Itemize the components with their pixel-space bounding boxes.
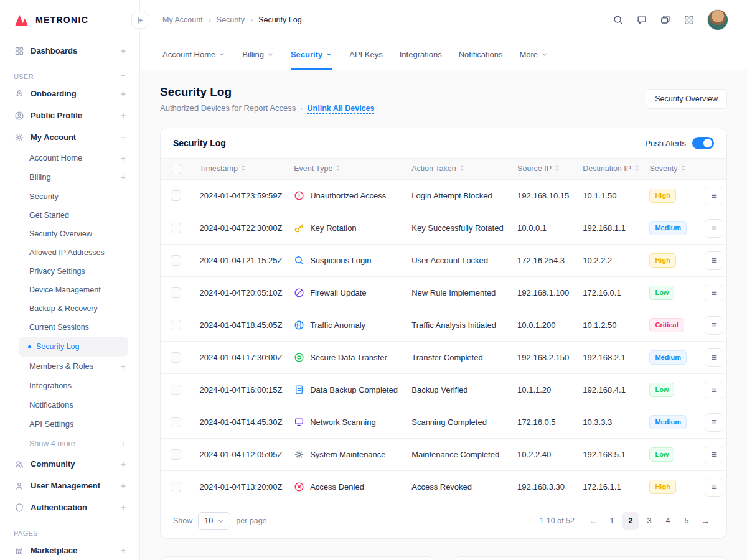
- log-row: 2024-01-04T20:05:10ZFirewall UpdateNew R…: [161, 277, 726, 309]
- row-checkbox[interactable]: [171, 320, 181, 330]
- severity-cell: High: [639, 245, 695, 277]
- log-row: 2024-01-04T12:05:05ZSystem MaintenanceMa…: [161, 439, 726, 471]
- sidebar-item-api-settings[interactable]: API Settings: [0, 414, 139, 434]
- sidebar-item-my-account[interactable]: My Account−: [0, 126, 139, 148]
- sidebar-item-allowed-ip-addresses[interactable]: Allowed IP Addresses: [0, 243, 139, 262]
- sidebar-item-security-overview[interactable]: Security Overview: [0, 225, 139, 243]
- row-checkbox[interactable]: [171, 223, 181, 233]
- row-checkbox[interactable]: [171, 449, 181, 460]
- unlink-all-devices-link[interactable]: Unlink All Devices: [308, 104, 375, 113]
- stack-button[interactable]: [655, 9, 676, 30]
- sidebar-item-account-home[interactable]: Account Home+: [0, 148, 139, 167]
- row-menu-button[interactable]: [705, 251, 723, 270]
- log-row: 2024-01-04T14:45:30ZNetwork ScanningScan…: [161, 406, 726, 439]
- row-menu-button[interactable]: [705, 284, 723, 302]
- sidebar-item-marketplace[interactable]: Marketplace+: [0, 539, 139, 560]
- column-timestamp[interactable]: Timestamp: [190, 159, 284, 180]
- page-5-button[interactable]: 5: [678, 512, 695, 530]
- row-menu-button[interactable]: [705, 413, 723, 432]
- row-checkbox[interactable]: [171, 287, 181, 298]
- sidebar-item-current-sessions[interactable]: Current Sessions: [0, 318, 139, 337]
- column-destination-ip[interactable]: Destination IP: [573, 159, 639, 180]
- sidebar-item-community[interactable]: Community+: [0, 453, 139, 475]
- sidebar-collapse-button[interactable]: [131, 12, 148, 29]
- timestamp-cell: 2024-01-04T21:15:25Z: [190, 245, 284, 277]
- action-taken-cell: Scanning Completed: [402, 406, 507, 439]
- tab-notifications[interactable]: Notifications: [459, 40, 503, 70]
- tab-more[interactable]: More: [519, 40, 548, 70]
- card-header: Security Log Push Alerts: [161, 128, 726, 158]
- row-menu-button[interactable]: [705, 316, 723, 335]
- page-1-button[interactable]: 1: [603, 512, 621, 530]
- plus-icon: +: [117, 546, 126, 556]
- tab-account-home[interactable]: Account Home: [162, 40, 225, 70]
- sidebar-item-billing[interactable]: Billing+: [0, 167, 139, 187]
- tab-billing[interactable]: Billing: [242, 40, 274, 70]
- sidebar-item-onboarding[interactable]: Onboarding+: [0, 83, 139, 105]
- breadcrumb-item-security[interactable]: Security: [217, 16, 245, 24]
- sidebar-item-notifications[interactable]: Notifications: [0, 395, 139, 414]
- severity-badge: Critical: [649, 318, 684, 332]
- page-4-button[interactable]: 4: [659, 512, 677, 530]
- sort-icon: [459, 164, 464, 174]
- sidebar-item-privacy-settings[interactable]: Privacy Settings: [0, 262, 139, 281]
- row-checkbox[interactable]: [171, 385, 181, 395]
- page-size-select[interactable]: 10: [198, 512, 230, 530]
- row-menu-button[interactable]: [705, 348, 723, 367]
- previous-page-button[interactable]: ←: [585, 512, 602, 530]
- sidebar-item-security-log[interactable]: Security Log: [19, 337, 128, 357]
- user-avatar[interactable]: [707, 9, 728, 30]
- row-checkbox[interactable]: [171, 417, 181, 427]
- plus-icon: +: [117, 362, 126, 371]
- page-3-button[interactable]: 3: [641, 512, 658, 530]
- column-event-type[interactable]: Event Type: [284, 159, 402, 180]
- row-menu-button[interactable]: [705, 381, 723, 399]
- app-root: METRONIC Dashboards+USER−Onboarding+Publ…: [0, 0, 747, 560]
- log-row: 2024-01-04T16:00:15ZData Backup Complete…: [161, 374, 726, 406]
- page-2-button[interactable]: 2: [622, 512, 639, 530]
- sidebar-item-user-management[interactable]: User Management+: [0, 475, 139, 497]
- column-action-taken[interactable]: Action Taken: [402, 159, 507, 180]
- sidebar-item-get-started[interactable]: Get Started: [0, 206, 139, 225]
- sidebar-item-integrations[interactable]: Integrations: [0, 376, 139, 395]
- row-menu-button[interactable]: [705, 478, 723, 497]
- row-checkbox[interactable]: [171, 255, 181, 266]
- security-overview-button[interactable]: Security Overview: [646, 89, 727, 109]
- next-page-button[interactable]: →: [697, 512, 714, 530]
- brand[interactable]: METRONIC: [0, 0, 139, 40]
- column-severity[interactable]: Severity: [639, 159, 695, 180]
- sidebar-item-public-profile[interactable]: Public Profile+: [0, 105, 139, 126]
- row-menu-button[interactable]: [705, 219, 723, 238]
- row-menu-button[interactable]: [705, 187, 723, 205]
- select-all-checkbox[interactable]: [171, 164, 181, 174]
- sidebar-item-show-4-more[interactable]: Show 4 more+: [0, 434, 139, 453]
- sidebar-item-dashboards[interactable]: Dashboards+: [0, 40, 139, 62]
- sidebar-item-device-management[interactable]: Device Management: [0, 281, 139, 299]
- row-checkbox[interactable]: [171, 482, 181, 492]
- severity-badge: Low: [649, 447, 674, 461]
- sidebar-item-backup-recovery[interactable]: Backup & Recovery: [0, 299, 139, 318]
- row-menu-button[interactable]: [705, 446, 723, 464]
- apps-button[interactable]: [679, 9, 700, 30]
- event-type-cell: Data Backup Completed: [284, 374, 402, 406]
- pagination-range: 1-10 of 52: [540, 516, 575, 525]
- sidebar-item-security[interactable]: Security−: [0, 187, 139, 206]
- chat-button[interactable]: [631, 9, 652, 30]
- tab-integrations[interactable]: Integrations: [400, 40, 442, 70]
- breadcrumb-item-my-account[interactable]: My Account: [162, 16, 203, 24]
- tab-security[interactable]: Security: [291, 40, 332, 70]
- sidebar-item-members-roles[interactable]: Members & Roles+: [0, 357, 139, 376]
- gear-icon: [14, 133, 24, 142]
- plus-icon: +: [117, 459, 126, 469]
- column-source-ip[interactable]: Source IP: [507, 159, 573, 180]
- event-type-label: Suspicious Login: [310, 256, 371, 265]
- row-checkbox[interactable]: [171, 190, 181, 201]
- destination-ip-cell: 192.168.4.1: [573, 374, 639, 406]
- push-alerts-toggle[interactable]: [692, 137, 714, 149]
- sidebar-item-authentication[interactable]: Authentication+: [0, 497, 139, 518]
- tab-api-keys[interactable]: API Keys: [349, 40, 382, 70]
- search-button[interactable]: [608, 9, 629, 30]
- row-checkbox[interactable]: [171, 352, 181, 363]
- severity-cell: Medium: [639, 342, 695, 374]
- breadcrumb-item-security-log[interactable]: Security Log: [258, 16, 301, 24]
